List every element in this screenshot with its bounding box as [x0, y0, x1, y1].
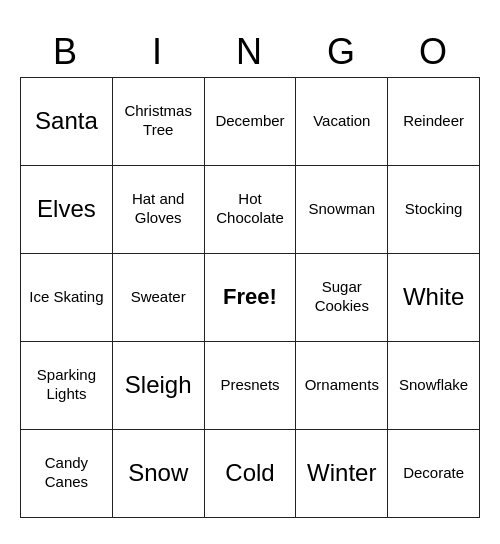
bingo-cell: Stocking	[388, 166, 480, 254]
bingo-cell: White	[388, 254, 480, 342]
bingo-header: BINGO	[20, 27, 480, 77]
bingo-cell: December	[205, 78, 297, 166]
header-letter: N	[204, 27, 296, 77]
bingo-cell: Sleigh	[113, 342, 205, 430]
bingo-cell: Sparking Lights	[21, 342, 113, 430]
bingo-cell: Reindeer	[388, 78, 480, 166]
header-letter: G	[296, 27, 388, 77]
bingo-cell: Cold	[205, 430, 297, 518]
bingo-cell: Snowflake	[388, 342, 480, 430]
bingo-cell: Christmas Tree	[113, 78, 205, 166]
bingo-cell: Sugar Cookies	[296, 254, 388, 342]
bingo-cell: Hot Chocolate	[205, 166, 297, 254]
bingo-cell: Candy Canes	[21, 430, 113, 518]
bingo-cell: Decorate	[388, 430, 480, 518]
bingo-card: BINGO SantaChristmas TreeDecemberVacatio…	[10, 17, 490, 528]
header-letter: I	[112, 27, 204, 77]
bingo-cell: Ice Skating	[21, 254, 113, 342]
bingo-cell: Snowman	[296, 166, 388, 254]
header-letter: B	[20, 27, 112, 77]
bingo-cell: Santa	[21, 78, 113, 166]
bingo-cell: Winter	[296, 430, 388, 518]
bingo-cell: Presnets	[205, 342, 297, 430]
bingo-cell: Elves	[21, 166, 113, 254]
bingo-cell: Ornaments	[296, 342, 388, 430]
bingo-cell: Hat and Gloves	[113, 166, 205, 254]
header-letter: O	[388, 27, 480, 77]
bingo-cell: Snow	[113, 430, 205, 518]
bingo-cell: Vacation	[296, 78, 388, 166]
free-cell: Free!	[205, 254, 297, 342]
bingo-grid: SantaChristmas TreeDecemberVacationReind…	[20, 77, 480, 518]
bingo-cell: Sweater	[113, 254, 205, 342]
